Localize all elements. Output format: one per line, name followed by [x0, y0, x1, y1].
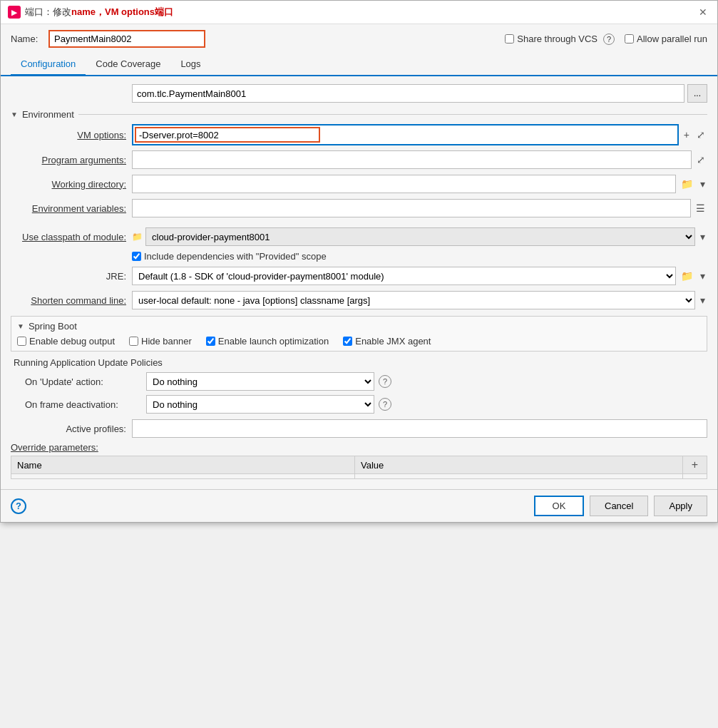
app-icon: ▶ — [8, 6, 21, 19]
jre-select[interactable]: Default (1.8 - SDK of 'cloud-provider-pa… — [132, 267, 676, 285]
on-update-select[interactable]: Do nothing — [146, 372, 374, 391]
run-config-dialog: ▶ 端口：修改name，VM options端口 ✕ Name: Share t… — [0, 0, 718, 523]
apply-button[interactable]: Apply — [654, 496, 707, 516]
override-params-row: Override parameters: Name Value + — [11, 442, 707, 479]
jre-row: JRE: Default (1.8 - SDK of 'cloud-provid… — [11, 266, 707, 286]
environment-label: Environment — [22, 109, 74, 120]
title-bar-left: ▶ 端口：修改name，VM options端口 — [8, 6, 173, 19]
cancel-button[interactable]: Cancel — [590, 496, 648, 516]
hide-banner-text: Hide banner — [141, 336, 192, 347]
title-prefix: 端口：修改 — [25, 6, 71, 17]
ok-button[interactable]: OK — [534, 496, 584, 516]
include-dep-checkbox-label[interactable]: Include dependencies with "Provided" sco… — [132, 251, 327, 262]
main-class-input[interactable] — [132, 84, 684, 103]
vm-options-add-icon[interactable]: + — [682, 128, 692, 141]
footer-right: OK Cancel Apply — [534, 496, 707, 516]
spring-boot-header: ▼ Spring Boot — [17, 321, 701, 332]
enable-debug-label[interactable]: Enable debug output — [17, 336, 115, 347]
allow-parallel-checkbox-label[interactable]: Allow parallel run — [625, 34, 707, 44]
on-update-select-wrap: Do nothing ? — [146, 372, 391, 391]
program-arguments-expand-icon[interactable]: ⤢ — [694, 153, 707, 166]
vm-options-expand-icon[interactable]: ⤢ — [694, 128, 707, 141]
enable-jmx-checkbox[interactable] — [343, 337, 352, 346]
enable-launch-checkbox[interactable] — [206, 337, 215, 346]
help-icon-vcs[interactable]: ? — [603, 34, 615, 45]
program-arguments-row: Program arguments: ⤢ — [11, 150, 707, 170]
on-frame-select[interactable]: Do nothing — [146, 395, 374, 414]
add-param-button[interactable]: + — [689, 458, 701, 471]
tabs: Configuration Code Coverage Logs — [1, 53, 717, 76]
params-name-cell — [11, 474, 355, 479]
environment-collapse-icon[interactable]: ▼ — [11, 111, 18, 118]
working-directory-input[interactable] — [132, 175, 676, 193]
enable-jmx-label[interactable]: Enable JMX agent — [343, 336, 431, 347]
active-profiles-label: Active profiles: — [11, 424, 132, 434]
jre-folder-icon[interactable]: 📁 — [679, 270, 695, 282]
working-directory-folder-icon[interactable]: 📁 — [679, 178, 695, 190]
working-directory-row: Working directory: 📁 ▾ — [11, 174, 707, 194]
shorten-cmd-select[interactable]: user-local default: none - java [options… — [132, 291, 695, 309]
running-policies-title: Running Application Update Policies — [14, 357, 704, 368]
content-area: ... ▼ Environment VM options: + ⤢ Progra… — [1, 76, 717, 489]
on-frame-row: On frame deactivation: Do nothing ? — [25, 395, 704, 414]
jre-select-wrap: Default (1.8 - SDK of 'cloud-provider-pa… — [132, 267, 707, 285]
params-empty-row — [11, 474, 707, 479]
working-directory-label: Working directory: — [11, 179, 132, 190]
enable-jmx-text: Enable JMX agent — [355, 336, 431, 347]
share-vcs-label: Share through VCS — [517, 34, 598, 44]
tab-configuration[interactable]: Configuration — [11, 53, 86, 76]
jre-dropdown-icon[interactable]: ▾ — [698, 270, 707, 282]
main-class-browse-button[interactable]: ... — [687, 84, 707, 103]
classpath-module-select[interactable]: cloud-provider-payment8001 — [145, 227, 695, 246]
name-options: Share through VCS ? Allow parallel run — [505, 34, 707, 45]
vm-options-row: VM options: + ⤢ — [11, 124, 707, 145]
hide-banner-checkbox[interactable] — [129, 337, 138, 346]
tab-logs[interactable]: Logs — [170, 53, 210, 76]
allow-parallel-checkbox[interactable] — [625, 34, 634, 43]
vm-options-input[interactable] — [135, 127, 320, 143]
program-arguments-input[interactable] — [132, 150, 692, 169]
shorten-cmd-label: Shorten command line: — [11, 295, 132, 306]
active-profiles-input[interactable] — [132, 419, 707, 438]
title-highlight: name，VM options端口 — [71, 6, 173, 17]
hide-banner-label[interactable]: Hide banner — [129, 336, 192, 347]
enable-debug-checkbox[interactable] — [17, 337, 26, 346]
params-action-cell — [682, 474, 707, 479]
enable-debug-text: Enable debug output — [29, 336, 115, 347]
name-input[interactable] — [48, 30, 205, 48]
help-button[interactable]: ? — [11, 498, 26, 514]
environment-variables-edit-icon[interactable]: ☰ — [694, 202, 707, 215]
environment-variables-label: Environment variables: — [11, 203, 132, 214]
on-frame-help-icon[interactable]: ? — [379, 398, 391, 411]
override-params-label: Override parameters: — [11, 442, 98, 453]
module-folder-icon: 📁 — [132, 232, 143, 242]
close-button[interactable]: ✕ — [696, 5, 710, 19]
spring-boot-collapse-icon[interactable]: ▼ — [17, 322, 24, 330]
main-class-row: ... — [11, 83, 707, 103]
spring-boot-section: ▼ Spring Boot Enable debug output Hide b… — [11, 316, 707, 352]
enable-launch-label[interactable]: Enable launch optimization — [206, 336, 329, 347]
active-profiles-row: Active profiles: — [11, 419, 707, 438]
on-update-label: On 'Update' action: — [25, 376, 146, 387]
shorten-cmd-select-wrap: user-local default: none - java [options… — [132, 291, 707, 309]
classpath-module-row: Use classpath of module: 📁 cloud-provide… — [11, 227, 707, 247]
include-dep-checkbox[interactable] — [132, 252, 141, 261]
working-directory-dropdown-icon[interactable]: ▾ — [698, 178, 707, 190]
override-params-header: Override parameters: — [11, 442, 707, 453]
params-value-cell — [354, 474, 682, 479]
vm-options-actions: + ⤢ — [682, 128, 707, 141]
params-table: Name Value + — [11, 456, 707, 479]
classpath-module-dropdown-icon[interactable]: ▾ — [698, 230, 707, 243]
params-add-col-header: + — [682, 456, 707, 474]
tab-code-coverage[interactable]: Code Coverage — [86, 53, 170, 76]
on-update-help-icon[interactable]: ? — [379, 375, 391, 388]
environment-variables-input[interactable] — [132, 199, 691, 217]
enable-launch-text: Enable launch optimization — [218, 336, 329, 347]
environment-section-header: ▼ Environment — [11, 109, 707, 120]
running-policies-section: Running Application Update Policies On '… — [11, 357, 707, 414]
share-vcs-checkbox[interactable] — [505, 34, 514, 43]
jre-label: JRE: — [11, 271, 132, 282]
share-vcs-checkbox-label[interactable]: Share through VCS ? — [505, 34, 615, 45]
shorten-cmd-dropdown-icon[interactable]: ▾ — [698, 294, 707, 307]
title-bar: ▶ 端口：修改name，VM options端口 ✕ — [1, 1, 717, 24]
